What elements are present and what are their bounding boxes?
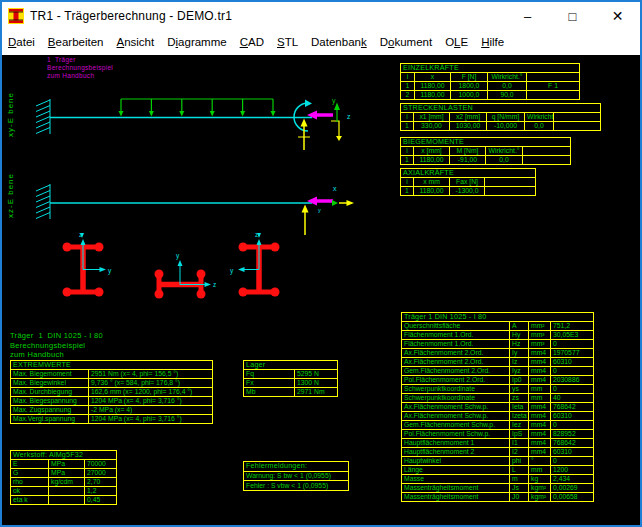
table-row: MassenträgheitsmomentJ0kgm²0,00658 bbox=[402, 493, 594, 502]
menu-item-datei[interactable]: Datei bbox=[8, 36, 35, 48]
table-row: QuerschnittsflächeAmm²751,2 bbox=[402, 322, 594, 331]
tr1-app-icon[interactable] bbox=[8, 8, 24, 24]
table-cell: mm4 bbox=[529, 421, 551, 430]
menu-item-hilfe[interactable]: Hilfe bbox=[481, 36, 504, 48]
table-row: Warnung: S bw < 1 (0,0955) bbox=[244, 471, 349, 481]
menu-item-ole[interactable]: OLE bbox=[445, 36, 468, 48]
beam1-y-axis-label: y bbox=[332, 97, 336, 105]
table-header-cell: i bbox=[401, 178, 414, 187]
table-cell: 1000,0 bbox=[451, 91, 488, 100]
table-cell: 1180,00 bbox=[414, 156, 450, 165]
table-cell bbox=[527, 91, 580, 100]
table-cell: 0 bbox=[551, 421, 594, 430]
close-button[interactable]: ✕ bbox=[595, 2, 640, 30]
beam1-distributed-load bbox=[119, 99, 276, 117]
axialkraefte-table: AXIALKRÄFTEix mmFax [N]11180,00-1300,0 bbox=[400, 168, 536, 196]
table-row: eta k0,45 bbox=[11, 496, 117, 505]
table-row: ixF [N]Wirkricht.° bbox=[401, 73, 580, 82]
minimize-button[interactable]: – bbox=[505, 2, 550, 30]
table-cell bbox=[554, 122, 601, 131]
table-header-cell bbox=[523, 147, 571, 156]
table-row: Max. Biegemoment2951 Nm (x= 4, phi= 156,… bbox=[11, 370, 213, 379]
table-cell: 1030,00 bbox=[450, 122, 487, 131]
table-cell: Flächenmoment 1.Ord. bbox=[402, 331, 510, 340]
menu-item-diagramme[interactable]: Diagramme bbox=[167, 36, 226, 48]
table-cell: Ax.Flächenmoment 2.Ord. bbox=[402, 358, 510, 367]
table-header-cell: Wirkricht.° bbox=[486, 147, 523, 156]
table-row: Träger 1 DIN 1025 - I 80 bbox=[402, 313, 594, 322]
menu-bar: DateiBearbeitenAnsichtDiagrammeCADSTLDat… bbox=[2, 30, 640, 55]
table-row: Fehlermeldungen: bbox=[244, 462, 349, 472]
table-header-cell: i bbox=[401, 73, 415, 82]
table-cell: Schwerpunktkoordinate bbox=[402, 385, 510, 394]
app-window: TR1 - Trägerberechnung - DEMO.tr1 – □ ✕ … bbox=[0, 0, 642, 527]
table-row: LängeLmm1200 bbox=[402, 466, 594, 475]
table-row: Max.Vergl.spannung1204 MPa (x= 4, phi= 3… bbox=[11, 415, 213, 424]
beam2-axial-arrow bbox=[339, 200, 354, 206]
table-cell: Massenträgheitsmoment bbox=[402, 493, 510, 502]
table-row: 11180,00-91,000,0 bbox=[401, 156, 571, 165]
table-header-cell: q [N/mm] bbox=[487, 113, 525, 122]
table-title: Träger 1 DIN 1025 - I 80 bbox=[402, 313, 594, 322]
table-cell: Iez bbox=[510, 421, 529, 430]
menu-item-stl[interactable]: STL bbox=[277, 36, 298, 48]
table-row: MassenträgheitsmomentJskgm²0,00269 bbox=[402, 484, 594, 493]
table-cell: Masse bbox=[402, 475, 510, 484]
table-title: Lager bbox=[244, 361, 338, 370]
beam1-z-axis-label: z bbox=[347, 113, 351, 120]
table-header-cell: x mm bbox=[414, 178, 450, 187]
table-row: GMPa27000 bbox=[11, 469, 117, 478]
table-row: Fehler : S vbw < 1 (0,0955) bbox=[244, 481, 349, 491]
table-cell: 1180,00 bbox=[415, 82, 451, 91]
table-cell: 1204 MPa (x= 4, phi= 3,716 °) bbox=[89, 397, 213, 406]
table-cell: Izeta bbox=[510, 412, 529, 421]
table-row: EINZELKRÄFTE bbox=[401, 64, 580, 73]
table-cell bbox=[49, 487, 85, 496]
table-cell: 2,70 bbox=[85, 478, 117, 487]
table-cell: mm4 bbox=[529, 430, 551, 439]
beam2-force-arrow bbox=[302, 205, 309, 236]
table-row: Max. Biegespannung1204 MPa (x= 4, phi= 3… bbox=[11, 397, 213, 406]
window-title: TR1 - Trägerberechnung - DEMO.tr1 bbox=[30, 9, 232, 23]
table-cell: -91,00 bbox=[450, 156, 486, 165]
table-cell: Pol.Flächenmoment 2.Ord. bbox=[402, 376, 510, 385]
table-row: Ax.Flächenmoment Schw.p.Ietamm4768642 bbox=[402, 403, 594, 412]
table-cell: 0,0 bbox=[486, 156, 523, 165]
table-cell: Iz bbox=[510, 358, 529, 367]
table-cell: 162,6 mm (x= 1200, phi= 176,4 °) bbox=[89, 388, 213, 397]
table-cell: 1,2 bbox=[85, 487, 117, 496]
table-cell: mm4 bbox=[529, 439, 551, 448]
table-cell: 0 bbox=[551, 385, 594, 394]
werkstoff-table: Werkstoff: AlMg5F32EMPa70000GMPa27000rho… bbox=[10, 450, 117, 505]
querschnitt-table: Träger 1 DIN 1025 - I 80Querschnittsfläc… bbox=[401, 312, 594, 502]
menu-item-ansicht[interactable]: Ansicht bbox=[117, 36, 155, 48]
table-cell: 2 bbox=[401, 91, 415, 100]
menu-item-cad[interactable]: CAD bbox=[240, 36, 264, 48]
menu-item-dokument[interactable]: Dokument bbox=[380, 36, 432, 48]
table-cell: Max. Biegemoment bbox=[11, 370, 89, 379]
table-cell: mm² bbox=[529, 322, 551, 331]
menu-item-datenbank[interactable]: Datenbank bbox=[311, 36, 367, 48]
maximize-button[interactable]: □ bbox=[550, 2, 595, 30]
table-cell: I1 bbox=[510, 439, 529, 448]
menu-item-bearbeiten[interactable]: Bearbeiten bbox=[48, 36, 104, 48]
section-c-y-label: y bbox=[230, 267, 234, 275]
table-cell: phi bbox=[510, 457, 529, 466]
table-cell: 751,2 bbox=[551, 322, 594, 331]
table-cell: F 1 bbox=[527, 82, 580, 91]
table-row: ix mmFax [N] bbox=[401, 178, 536, 187]
table-row: Massemkg2,434 bbox=[402, 475, 594, 484]
table-cell: -1300,0 bbox=[450, 187, 485, 196]
table-cell: IpS bbox=[510, 430, 529, 439]
drawing-canvas: 1 Träger Berechnungsbeispiel zum Handbuc… bbox=[2, 55, 640, 525]
table-cell: eta k bbox=[11, 496, 49, 505]
table-header-cell: x2 [mm] bbox=[450, 113, 487, 122]
table-title: STRECKENLASTEN bbox=[401, 104, 601, 113]
table-row: 11180,001800,00,0F 1 bbox=[401, 82, 580, 91]
table-cell: Iy bbox=[510, 349, 529, 358]
beam2-support-hatch bbox=[36, 184, 50, 219]
table-cell: Länge bbox=[402, 466, 510, 475]
table-header-cell: M [Nm] bbox=[450, 147, 486, 156]
table-cell: ° bbox=[529, 457, 551, 466]
table-row: Fq5295 N bbox=[244, 370, 338, 379]
